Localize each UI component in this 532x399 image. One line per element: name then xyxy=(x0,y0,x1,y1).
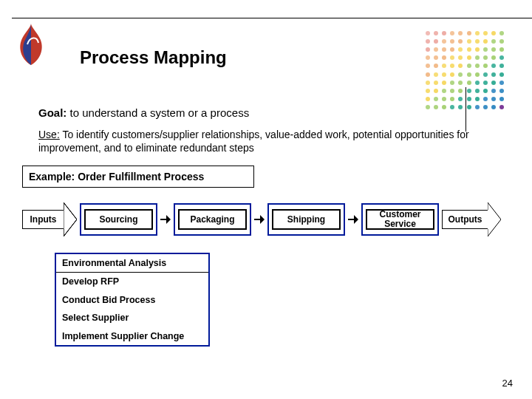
substep-label: Environmental Analysis xyxy=(62,258,166,268)
decorative-dot-grid xyxy=(424,30,505,111)
goal-label: Goal: xyxy=(38,106,66,119)
vertical-rule xyxy=(466,87,466,132)
sourcing-substeps: Environmental Analysis Develop RFP Condu… xyxy=(55,253,210,347)
arrow-head-icon xyxy=(488,202,501,236)
inputs-arrow: Inputs xyxy=(22,202,77,236)
page-number: 24 xyxy=(502,378,513,389)
slide: { "title": "Process Mapping", "goal": { … xyxy=(0,0,532,399)
page-title: Process Mapping xyxy=(80,47,227,68)
step-label: Sourcing xyxy=(99,215,137,225)
arrow-right-icon xyxy=(348,214,358,225)
use-label: Use: xyxy=(38,129,60,140)
use-text: To identify customers/supplier relations… xyxy=(38,129,469,154)
arrow-head-icon xyxy=(64,202,77,236)
substep: Develop RFP xyxy=(56,273,208,290)
outputs-label: Outputs xyxy=(449,214,482,225)
step-label: Shipping xyxy=(287,215,325,225)
goal-text: to understand a system or a process xyxy=(70,106,250,119)
arrow-right-icon xyxy=(160,214,171,225)
process-step-sourcing: Sourcing xyxy=(80,203,157,236)
substep: Conduct Bid Process xyxy=(56,291,208,309)
header-rule xyxy=(12,18,532,18)
inputs-label: Inputs xyxy=(30,214,57,225)
step-label: Customer Service xyxy=(367,210,433,228)
example-box: Example: Order Fulfillment Process xyxy=(22,166,254,188)
substep-label: Select Supplier xyxy=(62,313,129,323)
substep: Select Supplier xyxy=(56,309,208,327)
process-flow: Inputs Sourcing Packaging Shipping xyxy=(22,202,519,236)
logo xyxy=(16,22,46,66)
substep-label: Develop RFP xyxy=(62,276,119,287)
step-label: Packaging xyxy=(190,215,234,225)
svg-marker-0 xyxy=(64,202,77,236)
example-label: Example: Order Fulfillment Process xyxy=(29,171,204,183)
svg-marker-4 xyxy=(166,215,171,224)
use-line: Use: To identify customers/supplier rela… xyxy=(38,129,502,155)
process-step-packaging: Packaging xyxy=(174,203,251,236)
svg-marker-6 xyxy=(260,215,265,224)
substep-label: Implement Supplier Change xyxy=(62,331,184,341)
process-step-shipping: Shipping xyxy=(267,203,345,236)
substep: Environmental Analysis xyxy=(56,254,208,273)
svg-marker-8 xyxy=(354,215,358,224)
outputs-arrow: Outputs xyxy=(442,202,501,236)
substep-label: Conduct Bid Process xyxy=(62,295,155,305)
goal-line: Goal: to understand a system or a proces… xyxy=(38,106,249,119)
process-step-customer-service: Customer Service xyxy=(361,203,439,236)
arrow-right-icon xyxy=(254,214,265,225)
substep: Implement Supplier Change xyxy=(56,327,208,345)
